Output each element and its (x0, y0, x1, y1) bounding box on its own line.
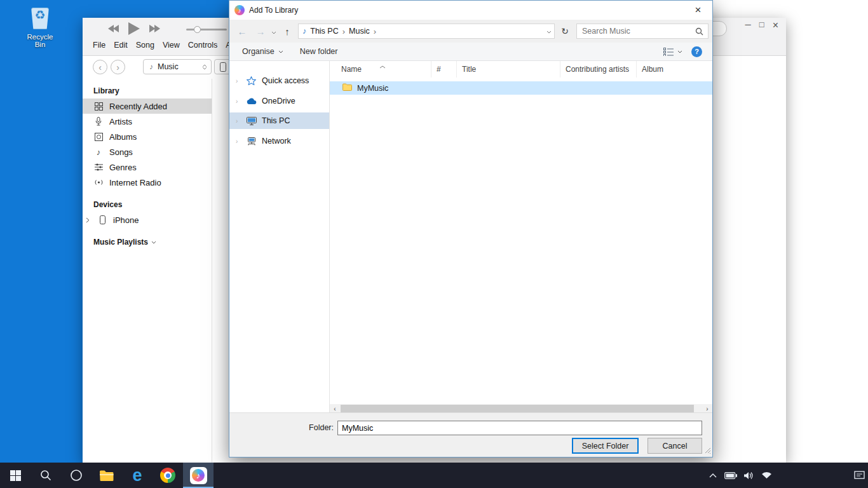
sidebar-item-recently-added[interactable]: Recently Added (83, 98, 212, 114)
fast-forward-button[interactable] (149, 25, 160, 32)
taskbar-search-button[interactable] (31, 463, 61, 488)
forward-arrow-icon[interactable]: → (253, 24, 268, 39)
history-chevron-icon[interactable] (271, 27, 276, 36)
nav-pane-label: Network (262, 137, 291, 146)
menu-edit[interactable]: Edit (114, 41, 128, 50)
nav-pane-label: Quick access (262, 76, 309, 85)
music-playlists-heading[interactable]: Music Playlists (93, 238, 212, 247)
nav-pane-label: This PC (262, 116, 290, 125)
expander-chevron-icon[interactable]: › (236, 118, 241, 125)
column-header-album[interactable]: Album (637, 61, 712, 78)
breadcrumb-item-music[interactable]: Music (349, 27, 370, 36)
media-picker-dropdown[interactable]: ♪ Music (143, 59, 212, 74)
sidebar-item-artists[interactable]: Artists (83, 114, 212, 129)
expander-chevron-icon[interactable]: › (236, 98, 241, 105)
battery-indicator[interactable] (722, 463, 740, 488)
microphone-icon (93, 117, 104, 126)
close-icon[interactable]: × (773, 20, 778, 31)
column-header-title[interactable]: Title (457, 61, 560, 78)
back-arrow-icon[interactable]: ← (234, 24, 250, 39)
column-headers: Name # Title Contributing artists Album (330, 61, 712, 78)
sidebar-item-songs[interactable]: ♪ Songs (83, 144, 212, 159)
scroll-right-icon[interactable]: › (702, 405, 712, 412)
menu-view[interactable]: View (163, 41, 180, 50)
expander-chevron-icon[interactable]: › (236, 78, 241, 85)
column-header-name[interactable]: Name (330, 61, 431, 78)
address-dropdown-icon[interactable] (546, 27, 552, 36)
dialog-close-icon[interactable]: × (684, 1, 712, 20)
iphone-icon (97, 215, 107, 224)
network-indicator[interactable] (757, 463, 775, 488)
search-icon[interactable] (695, 27, 703, 36)
rewind-button[interactable] (108, 25, 119, 32)
chevron-right-icon[interactable]: › (342, 27, 345, 36)
wifi-icon (761, 471, 772, 479)
select-folder-button[interactable]: Select Folder (572, 438, 639, 454)
nav-pane-onedrive[interactable]: › OneDrive (229, 93, 329, 109)
expander-chevron-icon[interactable] (86, 215, 92, 225)
resize-grip[interactable] (705, 446, 711, 456)
volume-knob[interactable] (194, 26, 201, 33)
battery-icon (724, 472, 737, 479)
itunes-icon: ♪ (190, 467, 207, 484)
recycle-bin-shortcut[interactable]: ♻ Recycle Bin (22, 5, 58, 48)
volume-slider[interactable] (186, 29, 227, 30)
breadcrumb[interactable]: ♪ This PC › Music › (298, 24, 555, 39)
breadcrumb-item-this-pc[interactable]: This PC (310, 27, 338, 36)
action-center-icon (854, 471, 865, 480)
maximize-icon[interactable]: □ (759, 20, 764, 31)
search-input[interactable] (577, 27, 695, 36)
help-icon[interactable]: ? (691, 46, 702, 57)
nav-pane-quick-access[interactable]: › Quick access (229, 72, 329, 89)
sidebar-item-internet-radio[interactable]: Internet Radio (83, 175, 212, 190)
nav-pane-label: OneDrive (262, 97, 295, 105)
nav-pane-network[interactable]: › Network (229, 133, 329, 149)
itunes-search-field-edge[interactable] (712, 21, 727, 36)
scroll-left-icon[interactable]: ‹ (330, 405, 340, 412)
chrome-icon (160, 468, 175, 483)
file-row-mymusic[interactable]: MyMusic (330, 81, 712, 95)
dialog-titlebar[interactable]: ♪ Add To Library (229, 1, 712, 20)
itunes-forward-button[interactable]: › (111, 60, 125, 74)
expander-chevron-icon[interactable]: › (236, 138, 241, 145)
organise-button[interactable]: Organise (242, 47, 283, 56)
sidebar-item-iphone[interactable]: iPhone (83, 212, 212, 227)
file-explorer-button[interactable] (92, 463, 122, 488)
new-folder-button[interactable]: New folder (300, 47, 338, 56)
play-button[interactable] (128, 22, 140, 35)
cortana-button[interactable] (61, 463, 92, 488)
minimize-icon[interactable]: ─ (745, 20, 751, 31)
chevron-down-icon (278, 50, 283, 53)
recycle-bin-label: Recycle Bin (22, 33, 58, 48)
folder-name-input[interactable] (337, 421, 702, 435)
column-header-contributing-artists[interactable]: Contributing artists (560, 61, 637, 78)
tray-expand-button[interactable] (704, 463, 722, 488)
start-button[interactable] (0, 463, 31, 488)
sidebar-item-genres[interactable]: Genres (83, 159, 212, 175)
sidebar-item-label: Recently Added (109, 102, 167, 111)
recycle-bin-icon: ♻ (27, 5, 53, 32)
sidebar-item-albums[interactable]: Albums (83, 129, 212, 144)
edge-button[interactable]: e (122, 463, 153, 488)
add-to-library-dialog: ♪ Add To Library × ← → ↑ ♪ This PC › Mus… (229, 0, 713, 458)
search-box[interactable] (576, 24, 709, 39)
menu-controls[interactable]: Controls (188, 41, 218, 50)
nav-pane-this-pc[interactable]: › This PC (229, 112, 329, 129)
itunes-sidebar: Library Recently Added Artists Albums ♪ … (83, 79, 212, 463)
cancel-button[interactable]: Cancel (648, 438, 702, 454)
radio-icon (93, 179, 104, 186)
music-note-icon: ♪ (302, 27, 306, 36)
itunes-back-button[interactable]: ‹ (93, 60, 107, 74)
menu-song[interactable]: Song (136, 41, 154, 50)
column-header-number[interactable]: # (431, 61, 457, 78)
volume-indicator[interactable] (740, 463, 757, 488)
chrome-button[interactable] (153, 463, 183, 488)
itunes-taskbar-button[interactable]: ♪ (183, 463, 214, 488)
chevron-right-icon[interactable]: › (374, 27, 376, 36)
sidebar-item-label: Albums (109, 132, 137, 142)
up-arrow-icon[interactable]: ↑ (280, 24, 295, 39)
menu-file[interactable]: File (93, 41, 105, 50)
action-center-button[interactable] (850, 463, 868, 488)
view-mode-button[interactable] (663, 48, 682, 56)
refresh-icon[interactable]: ↻ (558, 24, 572, 39)
